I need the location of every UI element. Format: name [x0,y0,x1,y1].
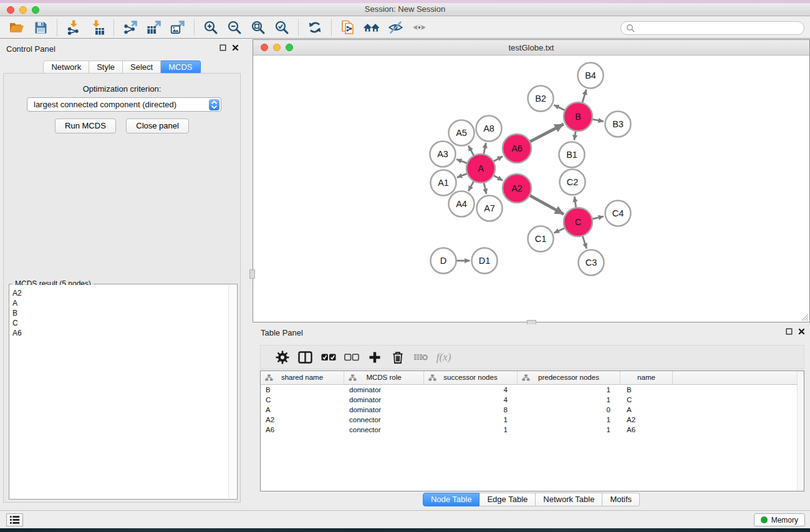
table-cell[interactable]: 0 [518,405,620,415]
float-panel-icon[interactable] [786,328,793,335]
graph-edge-A-A3[interactable] [456,159,468,163]
mcds-result-item[interactable]: A6 [10,328,228,338]
mcds-result-item[interactable]: B [10,308,228,318]
table-settings-button[interactable] [271,348,294,367]
graph-node-A6[interactable]: A6 [503,134,531,163]
table-cell[interactable]: 1 [518,395,620,405]
mcds-result-item[interactable]: C [10,318,228,328]
resize-grip-icon[interactable] [801,314,809,321]
memory-button[interactable]: Memory [754,513,805,526]
import-table-button[interactable] [85,17,109,37]
graph-edge-A6-B[interactable] [529,124,564,142]
graph-edge-C-C2[interactable] [574,196,576,208]
hide-selected-button[interactable] [383,17,407,37]
table-cell[interactable]: dominator [344,395,424,405]
graph-node-A3[interactable]: A3 [430,142,456,167]
table-cell[interactable]: dominator [344,385,424,395]
column-header-shared-name[interactable]: shared name [261,371,344,385]
export-network-button[interactable] [118,17,142,37]
table-cell[interactable]: dominator [344,405,424,415]
graph-edge-A-A6[interactable] [493,157,503,162]
graph-edge-B-B2[interactable] [554,105,565,110]
table-cell[interactable]: A6 [261,425,344,435]
graph-node-D1[interactable]: D1 [472,248,498,274]
export-table-button[interactable] [142,17,166,37]
table-cell[interactable]: 1 [518,385,620,395]
tab-network[interactable]: Network [43,60,89,74]
table-cell[interactable]: A [261,405,344,415]
tab-edge-table[interactable]: Edge Table [480,493,536,506]
graph-edge-A-A1[interactable] [457,173,468,177]
close-panel-button[interactable]: Close panel [126,118,189,133]
deselect-all-rows-button[interactable] [340,348,363,367]
graph-node-A8[interactable]: A8 [476,116,502,142]
graph-node-A1[interactable]: A1 [431,170,456,196]
import-network-button[interactable] [62,17,85,37]
mcds-result-item[interactable]: A [10,298,228,308]
delete-columns-button[interactable] [386,348,409,367]
graph-edge-B-B4[interactable] [582,90,587,104]
table-row[interactable]: A2connector11A2 [261,415,804,425]
apply-function-button[interactable]: f(x) [432,348,455,367]
graph-edge-A-A2[interactable] [493,175,503,180]
vertical-splitter-handle[interactable] [249,269,255,279]
table-cell[interactable]: C [261,395,344,405]
select-all-rows-button[interactable] [317,348,340,367]
show-panel-list-button[interactable] [6,513,23,526]
column-header-predecessor-nodes[interactable]: predecessor nodes [518,371,620,385]
show-all-button[interactable] [407,17,431,37]
column-header-mcds-role[interactable]: MCDS role [344,371,424,385]
tab-node-table[interactable]: Node Table [423,493,480,506]
table-cell[interactable]: B [620,385,673,395]
criterion-select[interactable]: largest connected component (directed) [27,97,221,112]
graph-edge-C-C3[interactable] [582,236,587,249]
zoom-selected-button[interactable] [270,17,294,37]
mcds-result-scrollbar[interactable] [228,285,236,498]
tab-mcds[interactable]: MCDS [161,60,200,74]
network-minimize-button[interactable] [273,44,281,51]
graph-node-B2[interactable]: B2 [528,86,554,112]
table-cell[interactable]: A [620,405,673,415]
close-window-button[interactable] [7,6,14,14]
network-close-button[interactable] [261,44,268,51]
table-cell[interactable]: 1 [518,425,620,435]
graph-edge-A-A8[interactable] [484,143,486,155]
table-cell[interactable]: 8 [424,405,518,415]
open-session-button[interactable] [5,17,29,37]
split-panel-button[interactable] [294,348,317,367]
graph-edge-C-C4[interactable] [592,216,604,219]
table-cell[interactable]: 1 [424,425,518,435]
add-column-button[interactable] [363,348,386,367]
table-cell[interactable]: connector [344,415,424,425]
graph-node-C3[interactable]: C3 [579,250,604,276]
home-button[interactable] [360,17,383,37]
table-scrollbar[interactable] [797,371,804,491]
search-input[interactable] [635,24,799,32]
graph-edge-A-A7[interactable] [484,183,486,195]
delete-table-button[interactable] [409,348,432,367]
table-cell[interactable]: 4 [424,385,518,395]
graph-edge-A-A4[interactable] [468,181,474,191]
run-mcds-button[interactable]: Run MCDS [55,118,116,133]
graph-node-B4[interactable]: B4 [578,63,604,89]
graph-node-C[interactable]: C [564,208,592,236]
export-image-button[interactable] [166,17,190,37]
close-panel-icon[interactable] [232,44,239,51]
network-zoom-button[interactable] [286,44,293,51]
table-row[interactable]: A6connector11A6 [261,425,804,435]
graph-node-C4[interactable]: C4 [605,201,631,226]
graph-node-D[interactable]: D [431,248,456,274]
table-row[interactable]: Cdominator41C [261,395,804,405]
column-header-name[interactable]: name [620,371,673,385]
table-row[interactable]: Adominator80A [261,405,804,415]
refresh-view-button[interactable] [303,17,327,37]
graph-node-C1[interactable]: C1 [528,226,554,252]
table-cell[interactable]: C [620,395,673,405]
tab-network-table[interactable]: Network Table [536,493,602,506]
graph-node-B[interactable]: B [564,102,592,131]
graph-node-A7[interactable]: A7 [477,196,503,221]
tab-style[interactable]: Style [89,60,123,74]
graph-node-A[interactable]: A [466,154,495,183]
zoom-window-button[interactable] [32,6,39,14]
zoom-in-button[interactable] [199,17,223,37]
